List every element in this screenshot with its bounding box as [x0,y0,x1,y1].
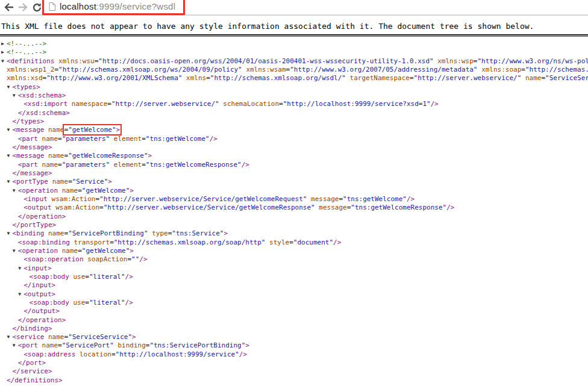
xml-token-comment: <!--...--> [7,40,46,48]
xml-token-tag [110,135,114,143]
expand-arrow-icon[interactable]: ▶ [1,40,7,48]
xml-token-tag: <part [18,135,42,143]
xml-token-tag: </definitions> [7,376,63,384]
xml-line: </operation> [0,316,588,325]
xml-token-val: "tns:Service" [172,229,224,237]
xml-token-tag: <input [23,195,51,203]
xml-token-tag: > [108,178,112,185]
collapse-arrow-icon[interactable]: ▼ [1,57,7,66]
xml-token-val: "literal" [89,299,125,307]
xml-token-attr: binding [117,341,145,349]
xml-token-tag: </operation> [18,316,66,324]
xml-token-val: "getWelcome" [68,126,116,134]
xml-token-tag: </output> [23,307,60,315]
browser-toolbar: localhost:9999/service?wsdl [0,0,588,16]
xml-token-attr: name [48,229,64,237]
xml-token-eq: = [58,135,62,143]
xml-token-val: "http://localhost:9999/service" [116,350,239,358]
xml-line: xmlns:wsp1_2="http://schemas.xmlsoap.org… [0,66,588,74]
xml-line: </definitions> [0,376,588,385]
xml-token-eq: = [58,161,62,169]
expand-arrow-icon[interactable]: ▶ [1,48,7,57]
xml-token-attr: name [42,341,58,349]
xml-token-val: "literal" [89,273,125,281]
xml-token-val: "http://docs.oasis-open.org/wss/2004/01/… [98,57,433,65]
xml-line: ▼<output> [0,290,588,299]
back-button[interactable] [3,1,15,14]
xml-token-tag: <definitions [7,57,58,65]
xml-token-tag: > [224,229,228,237]
xml-token-tag: <message [12,126,48,134]
xml-token-tag: /> [431,100,439,108]
xml-token-eq: = [68,178,72,185]
xml-token-attr: element [114,135,142,143]
xml-token-val: "ServicePortBinding" [68,229,148,237]
xml-token-tag: <soap:body [30,273,74,281]
xml-line: ▼<portType name="Service"> [0,178,588,186]
xml-token-attr: wsam:Action [52,195,96,203]
xml-line: </operation> [0,213,588,221]
xml-token-val: "http://schemas.xmlsoap.org/wsdl/" [210,74,346,82]
xml-token-attr: name [48,333,64,341]
xml-token-attr: wsam:Action [55,204,99,211]
collapse-arrow-icon[interactable]: ▼ [13,247,18,255]
xml-token-tag: <soap:operation [23,255,87,263]
url-path: :9999/service?wsdl [96,1,175,11]
xml-token-tag: </binding> [12,325,52,332]
xml-token-tag: > [130,247,134,255]
xml-token-attr: location [80,350,111,358]
xml-token-attr: xmlns [186,74,206,82]
xml-line: ▶<!--...--> [0,40,588,48]
forward-button[interactable] [17,1,29,14]
xml-line: </binding> [0,325,588,333]
xml-line: </input> [0,281,588,290]
xml-token-attr: xmlns:wsp [437,57,474,65]
xml-token-val: "tns:getWelcome" [343,195,407,203]
collapse-arrow-icon[interactable]: ▼ [18,290,23,299]
xml-token-tag: <soap:address [23,350,80,358]
collapse-arrow-icon[interactable]: ▼ [13,92,18,100]
xml-token-attr: type [152,229,168,237]
xml-token-tag: </xsd:schema> [18,109,70,117]
xml-token-val: "http://server.webservice/Service/getWel… [99,195,307,203]
xml-token-val: "tns:getWelcomeResponse" [146,161,242,169]
xml-token-attr: xmlns:wsu [58,57,95,65]
xml-token-attr: name [62,187,78,195]
xml-token-tag: </message> [12,143,52,151]
xml-line: </message> [0,143,588,152]
xml-token-tag: </service> [12,367,52,375]
xml-token-tag: > [245,341,249,349]
xml-token-tag: /> [210,135,217,143]
xml-line: ▼<operation name="getWelcome"> [0,187,588,195]
xml-token-tag: /> [125,299,133,307]
url-text[interactable]: localhost:9999/service?wsdl [60,1,175,11]
xml-token-attr: style [269,238,289,246]
xml-token-tag: <soap:binding [18,238,74,246]
xml-token-tag: <output [23,204,55,211]
xml-token-tag: <part [18,161,42,169]
xml-token-val: "http://www.w3.org/ns/ws-policy" [477,57,588,65]
xml-token-val: "getWelcome" [82,187,130,195]
collapse-arrow-icon[interactable]: ▼ [18,264,23,273]
xml-token-val: "tns:getWelcome" [146,135,210,143]
xml-token-val: "document" [293,238,333,246]
xml-token-attr: name [42,135,58,143]
xml-token-val: "Service" [72,178,108,185]
xml-line: <soap:body use="literal"/> [0,299,588,307]
collapse-arrow-icon[interactable]: ▼ [13,341,18,350]
xml-token-comment: <!--...--> [7,48,46,56]
xml-token-tag: /> [333,238,341,246]
xml-token-tag: <message [12,152,48,160]
address-bar[interactable]: localhost:9999/service?wsdl [42,0,185,15]
xml-line: ▼<operation name="getWelcome"> [0,247,588,255]
xml-token-tag: /> [407,195,414,203]
back-icon [4,2,14,12]
xml-token-attr: xmlns:soap [481,66,521,73]
xml-token-attr: targetNamespace [350,74,410,82]
xml-token-tag: </types> [12,117,44,125]
reload-button[interactable] [31,1,43,14]
xml-line: <input wsam:Action="http://server.webser… [0,195,588,204]
xml-line: <soap:operation soapAction=""/> [0,255,588,264]
xml-token-eq: = [521,66,525,73]
collapse-arrow-icon[interactable]: ▼ [13,187,18,195]
